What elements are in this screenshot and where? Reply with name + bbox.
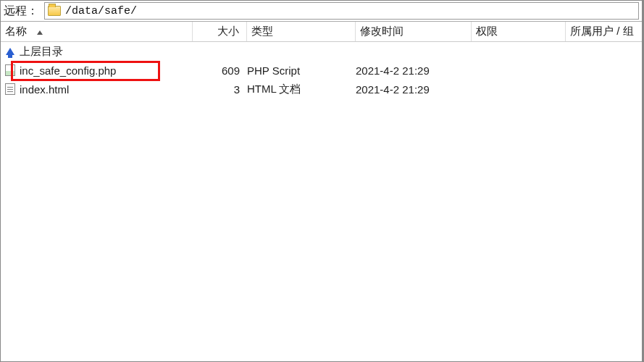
up-arrow-icon (4, 45, 17, 58)
column-header-permissions[interactable]: 权限 (472, 22, 566, 41)
file-type: PHP Script (247, 64, 356, 77)
file-modified: 2021-4-2 21:29 (356, 83, 472, 96)
file-size: 609 (193, 64, 247, 77)
file-row[interactable]: inc_safe_config.php 609 PHP Script 2021-… (1, 61, 642, 80)
file-row[interactable]: index.html 3 HTML 文档 2021-4-2 21:29 (1, 80, 642, 98)
column-header-size-label: 大小 (217, 25, 239, 38)
column-header-modified-label: 修改时间 (360, 25, 403, 38)
column-header-type[interactable]: 类型 (247, 22, 356, 41)
file-size: 3 (193, 83, 247, 96)
remote-label: 远程： (4, 4, 38, 19)
column-header-owner[interactable]: 所属用户 / 组 (566, 22, 642, 41)
html-file-icon (4, 83, 17, 96)
column-header-owner-label: 所属用户 / 组 (570, 25, 634, 38)
column-header-permissions-label: 权限 (476, 25, 498, 38)
path-bar: 远程： /data/safe/ (1, 1, 642, 22)
column-header-type-label: 类型 (251, 25, 273, 38)
parent-dir-label: 上层目录 (20, 45, 63, 59)
file-browser-panel: 远程： /data/safe/ 名称 大小 类型 修改时间 权限 所属用户 / … (0, 0, 644, 362)
file-name: inc_safe_config.php (20, 64, 116, 77)
sort-ascending-icon (37, 30, 43, 35)
folder-icon (48, 6, 61, 16)
column-header-name[interactable]: 名称 (1, 22, 193, 41)
column-header-modified[interactable]: 修改时间 (356, 22, 472, 41)
column-header-row: 名称 大小 类型 修改时间 权限 所属用户 / 组 (1, 22, 642, 42)
path-input[interactable]: /data/safe/ (44, 2, 639, 20)
file-type: HTML 文档 (247, 83, 356, 96)
php-file-icon (4, 64, 17, 77)
file-name: index.html (20, 83, 69, 96)
column-header-size[interactable]: 大小 (193, 22, 247, 41)
parent-dir-row[interactable]: 上层目录 (1, 42, 642, 61)
path-text: /data/safe/ (65, 5, 137, 17)
file-list: 上层目录 inc_safe_config.php 609 PHP Script … (1, 42, 642, 361)
file-modified: 2021-4-2 21:29 (356, 64, 472, 77)
column-header-name-label: 名称 (5, 25, 27, 38)
